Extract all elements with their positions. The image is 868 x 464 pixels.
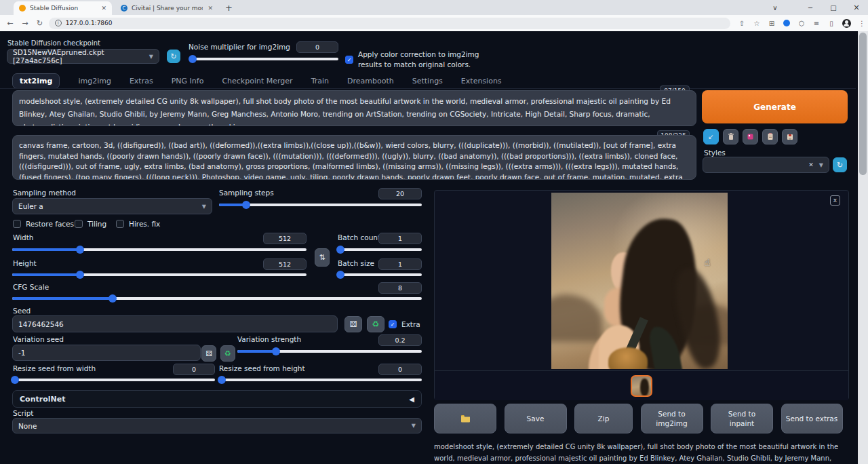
hires-fix-checkbox[interactable] (116, 220, 124, 228)
apply-style-clipboard-button[interactable] (762, 129, 778, 144)
save-button[interactable]: Save (505, 404, 567, 433)
tab-img2img[interactable]: img2img (78, 77, 111, 85)
zip-button[interactable]: Zip (574, 404, 633, 433)
extra-checkbox[interactable]: ✓ (389, 320, 397, 328)
batch-size-slider[interactable] (338, 273, 422, 276)
cfg-scale-value[interactable]: 8 (378, 282, 422, 294)
bookmark-star-icon[interactable]: ☆ (751, 20, 763, 27)
width-slider[interactable] (12, 248, 307, 251)
read-params-arrow-button[interactable]: ↙ (703, 129, 719, 144)
seed-input[interactable]: 1476462546 (12, 315, 338, 332)
generated-image[interactable] (551, 193, 728, 369)
generate-button[interactable]: Generate (702, 90, 848, 123)
controlnet-accordion[interactable]: ControlNet ◀ (12, 390, 422, 408)
script-dropdown[interactable]: None ▼ (12, 418, 422, 433)
variation-seed-input[interactable]: -1 (12, 345, 201, 361)
new-tab-button[interactable]: + (225, 3, 233, 13)
sampling-steps-slider[interactable] (219, 204, 422, 206)
address-bar[interactable]: i 127.0.0.1:7860 (49, 18, 730, 29)
window-minimize-button[interactable]: − (799, 0, 822, 15)
variation-strength-slider[interactable] (237, 350, 422, 353)
extra-seed-row[interactable]: ✓ Extra (389, 320, 420, 328)
tab-close-icon[interactable]: ✕ (101, 5, 106, 12)
tab-checkpoint-merger[interactable]: Checkpoint Merger (222, 77, 292, 85)
apps-grid-icon[interactable]: ⊞ (766, 20, 778, 27)
cfg-scale-slider[interactable] (12, 297, 422, 300)
floppy-icon (787, 134, 793, 140)
batch-count-value[interactable]: 1 (378, 233, 422, 244)
forward-icon[interactable]: → (18, 19, 33, 28)
resize-seed-width-slider[interactable] (12, 379, 215, 381)
variation-reuse-recycle-button[interactable]: ♻ (220, 345, 235, 362)
restore-faces-checkbox[interactable] (13, 220, 21, 228)
sampling-method-dropdown[interactable]: Euler a ▼ (12, 198, 212, 214)
tab-settings[interactable]: Settings (412, 77, 443, 85)
prompt-textarea[interactable]: modelshoot style, (extremely detailed CG… (12, 90, 696, 126)
extension-status-icon[interactable] (783, 20, 790, 26)
tab-extensions[interactable]: Extensions (461, 77, 502, 85)
refresh-checkpoints-button[interactable]: ↻ (167, 50, 180, 63)
tab-dreambooth[interactable]: Dreambooth (347, 77, 394, 85)
tab-png-info[interactable]: PNG Info (172, 77, 204, 85)
reload-icon[interactable]: ↻ (33, 19, 47, 28)
extra-networks-palette-button[interactable] (743, 129, 758, 144)
height-value[interactable]: 512 (263, 258, 307, 270)
tab-txt2img[interactable]: txt2img (12, 73, 60, 89)
variation-random-dice-button[interactable]: ⚄ (201, 345, 216, 362)
restore-faces-row[interactable]: Restore faces (13, 220, 74, 228)
window-maximize-button[interactable]: □ (822, 0, 845, 15)
window-chevron-icon[interactable]: ∨ (764, 0, 787, 15)
height-slider[interactable] (12, 273, 307, 276)
variation-strength-value[interactable]: 0.2 (378, 334, 422, 346)
menu-dots-icon[interactable]: ⋮ (856, 20, 868, 27)
close-image-button[interactable]: x (830, 195, 840, 206)
swap-dimensions-button[interactable]: ⇅ (315, 248, 330, 267)
window-close-button[interactable]: × (845, 0, 868, 15)
tab-extras[interactable]: Extras (130, 77, 153, 85)
noise-multiplier-slider[interactable] (190, 58, 338, 60)
open-folder-button[interactable] (434, 404, 496, 433)
checkpoint-dropdown[interactable]: SD15NewVAEpruned.ckpt [27a4ac756c] ▼ (7, 49, 159, 64)
gallery-thumbnail-selected[interactable] (631, 375, 652, 397)
random-seed-dice-button[interactable]: ⚄ (344, 316, 362, 332)
color-correction-checkbox[interactable]: ✓ (345, 56, 353, 64)
refresh-styles-button[interactable]: ↻ (833, 157, 847, 172)
profile-avatar[interactable] (842, 19, 851, 28)
hires-fix-row[interactable]: Hires. fix (116, 220, 160, 228)
scrollbar-thumb[interactable] (859, 33, 867, 175)
send-to-img2img-button[interactable]: Send to img2img (641, 404, 703, 433)
gradio-favicon (19, 5, 26, 12)
color-correction-checkbox-row[interactable]: ✓ Apply color correction to img2img resu… (345, 50, 504, 69)
reading-list-icon[interactable]: ≡ (810, 20, 823, 27)
width-value[interactable]: 512 (263, 233, 307, 244)
tab-train[interactable]: Train (311, 77, 329, 85)
site-info-icon[interactable]: i (55, 20, 62, 26)
reuse-seed-recycle-button[interactable]: ♻ (367, 316, 384, 332)
noise-multiplier-value[interactable]: 0 (296, 41, 338, 53)
resize-seed-height-slider[interactable] (219, 379, 422, 381)
page-scrollbar[interactable] (858, 31, 868, 464)
styles-dropdown[interactable]: ✕ ▼ (703, 157, 829, 173)
back-icon[interactable]: ← (3, 19, 18, 28)
clear-x-icon[interactable]: ✕ (808, 161, 814, 168)
resize-seed-height-value[interactable]: 0 (378, 364, 422, 375)
send-to-extras-button[interactable]: Send to extras (781, 404, 843, 433)
batch-size-value[interactable]: 1 (378, 258, 422, 270)
browser-tab-stable-diffusion[interactable]: Stable Diffusion ✕ (14, 1, 112, 15)
resize-seed-width-value[interactable]: 0 (173, 364, 215, 375)
negative-prompt-textarea[interactable]: canvas frame, cartoon, 3d, ((disfigured)… (12, 135, 696, 180)
browser-tab-civitai[interactable]: C Civitai | Share your models ✕ (115, 1, 218, 15)
batch-count-label: Batch count (338, 233, 380, 241)
save-style-floppy-button[interactable] (782, 129, 797, 144)
side-panel-icon[interactable]: ▯ (825, 20, 837, 27)
tiling-checkbox[interactable] (75, 220, 83, 228)
send-to-inpaint-button[interactable]: Send to inpaint (711, 404, 773, 433)
clear-prompt-trash-button[interactable] (723, 129, 738, 144)
sampling-steps-value[interactable]: 20 (378, 188, 422, 199)
share-icon[interactable]: ⇧ (736, 20, 748, 27)
checkpoint-label: Stable Diffusion checkpoint (7, 39, 100, 47)
tab-close-icon[interactable]: ✕ (208, 5, 213, 12)
batch-count-slider[interactable] (338, 248, 422, 251)
extensions-puzzle-icon[interactable]: ⬡ (795, 20, 808, 27)
tiling-row[interactable]: Tiling (75, 220, 106, 228)
